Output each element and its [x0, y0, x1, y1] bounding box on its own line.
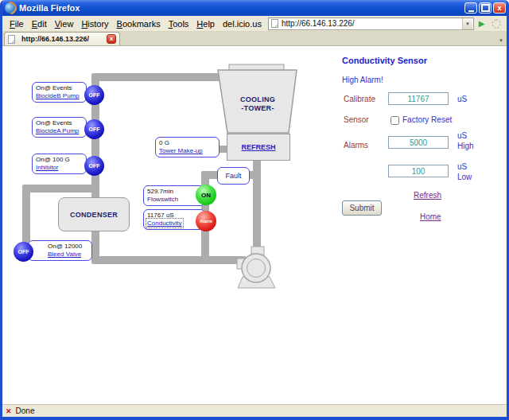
tab-list-dropdown-icon[interactable]: ▼	[499, 38, 503, 43]
sensor-label: Sensor	[344, 115, 369, 124]
calibrate-unit: uS	[457, 95, 467, 103]
pipe-condenser-stub	[22, 185, 99, 192]
go-button[interactable]: ▶	[476, 18, 488, 30]
biocideb-box: On@ Events BiocideB Pump	[32, 82, 87, 103]
factory-reset-checkbox[interactable]	[390, 116, 399, 125]
tower-basin-box: REFRESH	[227, 134, 290, 161]
menu-history[interactable]: History	[77, 18, 112, 29]
tower-makeup-value: 0 G	[159, 139, 216, 147]
biocidea-pump-link[interactable]: BiocideA Pump	[36, 127, 79, 134]
page-icon	[271, 19, 278, 28]
menu-view[interactable]: View	[51, 18, 78, 29]
inhibitor-status-ball: OFF	[84, 156, 104, 176]
cooling-tower-label: COOLING -TOWER-	[218, 95, 297, 114]
conductivity-value: 11767 uS	[147, 212, 201, 220]
window-title: Mozilla Firefox	[19, 3, 463, 13]
alarm-status-text: High Alarm!	[342, 76, 383, 84]
fault-box: Fault	[217, 167, 250, 185]
alarm-high-suffix: High	[457, 142, 474, 150]
browser-window: Mozilla Firefox x File Edit View History…	[0, 0, 509, 420]
panel-home-link[interactable]: Home	[420, 212, 441, 221]
biocideb-pump-link[interactable]: BiocideB Pump	[36, 92, 80, 99]
bleed-valve-box: On@ 12000 Bleed Valve	[28, 240, 92, 261]
url-dropdown-icon[interactable]: ▼	[462, 18, 472, 29]
tab-page-icon	[8, 35, 15, 44]
tower-fan-housing	[229, 64, 284, 71]
alarm-high-input[interactable]	[388, 136, 449, 149]
pump-face	[247, 259, 266, 278]
alarm-low-input[interactable]	[388, 165, 449, 177]
url-text[interactable]: http://66.146.13.226/	[282, 19, 462, 28]
biocideb-status-ball: OFF	[84, 85, 104, 105]
flowswitch-status-ball: ON	[196, 185, 216, 205]
bleed-valve-link[interactable]: Bleed Valve	[48, 251, 81, 258]
tab-active[interactable]: http://66.146.13.226/ x	[4, 32, 120, 45]
factory-reset-label: Factory Reset	[402, 115, 452, 124]
toolbar: File Edit View History Bookmarks Tools H…	[2, 16, 507, 32]
minimize-button[interactable]	[464, 2, 477, 14]
flowswitch-value: 529.7min	[147, 188, 201, 196]
page-content: COOLING -TOWER- REFRESH CONDENSER Fault …	[2, 46, 507, 404]
calibrate-label: Calibrate	[344, 95, 375, 103]
inhibitor-box: On@ 100 G Inhibitor	[32, 154, 87, 174]
alarm-low-suffix: Low	[457, 173, 472, 181]
tab-label: http://66.146.13.226/	[21, 35, 107, 43]
bleed-valve-value: On@ 12000	[48, 243, 88, 251]
menu-edit[interactable]: Edit	[28, 18, 51, 29]
alarm-low-unit: uS	[457, 162, 467, 171]
title-bar[interactable]: Mozilla Firefox x	[0, 0, 509, 16]
tower-makeup-link[interactable]: Tower Make-up	[159, 147, 203, 154]
firefox-icon	[5, 2, 16, 14]
submit-button[interactable]: Submit	[342, 200, 382, 216]
bleed-valve-status-ball: OFF	[14, 242, 33, 262]
pipe-bottom-return	[91, 256, 247, 264]
tower-makeup-box: 0 G Tower Make-up	[155, 137, 220, 158]
tab-close-icon[interactable]: x	[107, 34, 116, 44]
menu-help[interactable]: Help	[192, 18, 219, 29]
refresh-link[interactable]: REFRESH	[241, 143, 275, 151]
inhibitor-value: On@ 100 G	[36, 156, 83, 164]
panel-title: Conductivity Sensor	[342, 56, 427, 65]
status-text: Done	[16, 406, 35, 415]
menu-delicious[interactable]: del.icio.us	[219, 18, 266, 29]
pipe-top-supply	[91, 73, 235, 81]
alarm-high-unit: uS	[457, 131, 467, 140]
close-button[interactable]: x	[493, 2, 506, 14]
biocidea-value: On@ Events	[36, 119, 83, 127]
flowswitch-link[interactable]: Flowswitch	[147, 196, 178, 203]
panel-refresh-link[interactable]: Refresh	[414, 191, 441, 200]
calibrate-input[interactable]	[388, 92, 449, 105]
biocidea-box: On@ Events BiocideA Pump	[32, 117, 87, 138]
status-bar: ✕ Done	[2, 404, 507, 417]
throbber-icon	[492, 19, 501, 29]
adblock-icon[interactable]: ✕	[6, 407, 12, 415]
conductivity-alarm-ball: Alarm	[196, 211, 216, 231]
url-bar[interactable]: http://66.146.13.226/ ▼	[268, 18, 474, 30]
pipe-tower-down	[253, 158, 261, 251]
maximize-button[interactable]	[479, 2, 492, 14]
menu-bookmarks[interactable]: Bookmarks	[113, 18, 165, 29]
menu-tools[interactable]: Tools	[165, 18, 193, 29]
alarms-label: Alarms	[344, 141, 368, 150]
tab-strip: http://66.146.13.226/ x ▼	[2, 32, 507, 46]
conductivity-link[interactable]: Conductivity	[147, 220, 182, 227]
inhibitor-link[interactable]: Inhibitor	[36, 164, 58, 171]
menu-file[interactable]: File	[6, 18, 28, 29]
condenser-box: CONDENSER	[58, 197, 130, 231]
biocideb-value: On@ Events	[36, 84, 83, 92]
pump-base	[238, 277, 275, 288]
biocidea-status-ball: OFF	[84, 119, 104, 139]
